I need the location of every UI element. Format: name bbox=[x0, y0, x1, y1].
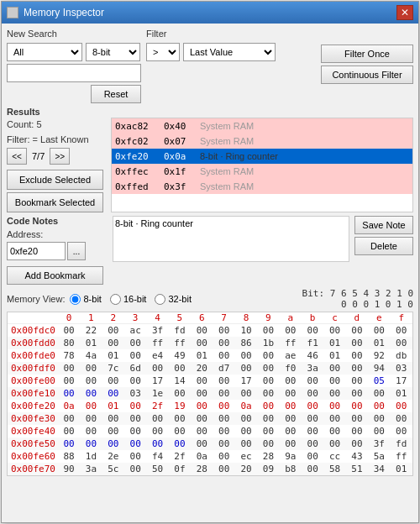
memory-cell[interactable]: 00 bbox=[346, 425, 368, 438]
memory-cell[interactable]: 00 bbox=[346, 349, 368, 362]
radio-16bit-label[interactable]: 16-bit bbox=[110, 294, 147, 305]
memory-cell[interactable]: 03 bbox=[390, 362, 412, 375]
memory-cell[interactable]: 00 bbox=[80, 412, 102, 425]
memory-cell[interactable]: 00 bbox=[213, 438, 234, 450]
memory-cell[interactable]: 00 bbox=[323, 400, 345, 412]
memory-cell[interactable]: 00 bbox=[80, 362, 102, 375]
notes-textarea[interactable]: 8-bit · Ring counter bbox=[113, 216, 349, 262]
memory-cell[interactable]: 00 bbox=[58, 425, 80, 438]
memory-cell[interactable]: 01 bbox=[390, 387, 412, 400]
memory-cell[interactable]: 00 bbox=[368, 412, 390, 425]
continuous-filter-button[interactable]: Continuous Filter bbox=[321, 66, 413, 84]
memory-cell[interactable]: 01 bbox=[390, 463, 412, 475]
memory-cell[interactable]: 00 bbox=[257, 387, 279, 400]
memory-cell[interactable]: 01 bbox=[102, 400, 124, 412]
new-search-input[interactable] bbox=[7, 64, 141, 82]
memory-cell[interactable]: 01 bbox=[368, 337, 390, 349]
reset-button[interactable]: Reset bbox=[91, 85, 141, 103]
memory-cell[interactable]: 80 bbox=[58, 337, 80, 349]
memory-row[interactable]: 0x00fe70903a5c00500f28002009b80058513401 bbox=[8, 463, 412, 475]
memory-cell[interactable]: ac bbox=[124, 324, 146, 338]
memory-cell[interactable]: 00 bbox=[169, 438, 191, 450]
memory-cell[interactable]: 10 bbox=[235, 324, 257, 338]
memory-cell[interactable]: 00 bbox=[302, 438, 323, 450]
memory-cell[interactable]: 00 bbox=[280, 387, 302, 400]
memory-cell[interactable]: 4a bbox=[80, 349, 102, 362]
memory-cell[interactable]: fd bbox=[390, 438, 412, 450]
memory-cell[interactable]: 00 bbox=[102, 337, 124, 349]
memory-cell[interactable]: 00 bbox=[346, 362, 368, 375]
memory-cell[interactable]: fd bbox=[169, 324, 191, 338]
memory-cell[interactable]: 00 bbox=[102, 375, 124, 387]
memory-cell[interactable]: 0a bbox=[191, 450, 213, 463]
list-item[interactable]: 0xffec 0x1f System RAM bbox=[112, 164, 412, 179]
memory-cell[interactable]: 00 bbox=[257, 324, 279, 338]
add-bookmark-button[interactable]: Add Bookmark bbox=[7, 266, 103, 285]
memory-cell[interactable]: 00 bbox=[302, 387, 323, 400]
memory-cell[interactable]: 0f bbox=[169, 463, 191, 475]
memory-cell[interactable]: 00 bbox=[302, 400, 323, 412]
memory-cell[interactable]: 00 bbox=[58, 362, 80, 375]
memory-cell[interactable]: 5a bbox=[368, 450, 390, 463]
memory-cell[interactable]: 3f bbox=[146, 324, 168, 338]
memory-cell[interactable]: 00 bbox=[124, 337, 146, 349]
radio-8bit[interactable] bbox=[70, 294, 81, 305]
memory-cell[interactable]: 00 bbox=[124, 400, 146, 412]
memory-cell[interactable]: 19 bbox=[169, 400, 191, 412]
exclude-selected-button[interactable]: Exclude Selected bbox=[7, 170, 103, 190]
close-button[interactable]: ✕ bbox=[396, 5, 413, 20]
memory-row[interactable]: 0x00fe10000000031e0000000000000000000001 bbox=[8, 387, 412, 400]
memory-cell[interactable]: 00 bbox=[280, 400, 302, 412]
memory-cell[interactable]: 00 bbox=[80, 438, 102, 450]
memory-cell[interactable]: 00 bbox=[323, 324, 345, 338]
memory-cell[interactable]: 00 bbox=[80, 387, 102, 400]
memory-cell[interactable]: ec bbox=[235, 450, 257, 463]
memory-cell[interactable]: 00 bbox=[235, 425, 257, 438]
memory-cell[interactable]: 6d bbox=[124, 362, 146, 375]
memory-row[interactable]: 0x00fe60881d2e00f42f0a00ec289a00cc435aff bbox=[8, 450, 412, 463]
memory-cell[interactable]: 58 bbox=[323, 463, 345, 475]
memory-cell[interactable]: 00 bbox=[213, 375, 234, 387]
filter-val-select[interactable]: Last Value Specific Value bbox=[183, 43, 276, 61]
memory-row[interactable]: 0x00fde0784a0100e44901000000ae46010092db bbox=[8, 349, 412, 362]
memory-cell[interactable]: 0a bbox=[58, 400, 80, 412]
memory-cell[interactable]: 00 bbox=[323, 362, 345, 375]
memory-cell[interactable]: 28 bbox=[257, 450, 279, 463]
memory-cell[interactable]: 0a bbox=[235, 400, 257, 412]
memory-cell[interactable]: 00 bbox=[390, 400, 412, 412]
memory-cell[interactable]: 00 bbox=[213, 400, 234, 412]
memory-cell[interactable]: 01 bbox=[323, 337, 345, 349]
memory-cell[interactable]: 49 bbox=[169, 349, 191, 362]
memory-cell[interactable]: 00 bbox=[169, 425, 191, 438]
memory-cell[interactable]: 51 bbox=[346, 463, 368, 475]
memory-row[interactable]: 0x00fe4000000000000000000000000000000000 bbox=[8, 425, 412, 438]
memory-cell[interactable]: 7c bbox=[102, 362, 124, 375]
memory-cell[interactable]: 00 bbox=[302, 375, 323, 387]
memory-cell[interactable]: cc bbox=[323, 450, 345, 463]
memory-cell[interactable]: 00 bbox=[280, 324, 302, 338]
memory-cell[interactable]: 00 bbox=[302, 425, 323, 438]
memory-cell[interactable]: 00 bbox=[235, 349, 257, 362]
memory-row[interactable]: 0x00fdd080010000ffff0000861bfff101000100 bbox=[8, 337, 412, 349]
memory-cell[interactable]: 00 bbox=[58, 412, 80, 425]
memory-cell[interactable]: 00 bbox=[346, 387, 368, 400]
memory-cell[interactable]: 00 bbox=[102, 387, 124, 400]
memory-cell[interactable]: 00 bbox=[280, 412, 302, 425]
memory-cell[interactable]: 00 bbox=[257, 375, 279, 387]
memory-row[interactable]: 0x00fe5000000000000000000000000000003ffd bbox=[8, 438, 412, 450]
memory-cell[interactable]: 00 bbox=[146, 425, 168, 438]
memory-cell[interactable]: 3a bbox=[80, 463, 102, 475]
memory-cell[interactable]: 00 bbox=[124, 349, 146, 362]
memory-cell[interactable]: 20 bbox=[235, 463, 257, 475]
memory-cell[interactable]: 00 bbox=[368, 324, 390, 338]
memory-cell[interactable]: 00 bbox=[191, 324, 213, 338]
memory-cell[interactable]: 92 bbox=[368, 349, 390, 362]
memory-cell[interactable]: 09 bbox=[257, 463, 279, 475]
prev-page-button[interactable]: << bbox=[7, 148, 27, 165]
memory-cell[interactable]: 00 bbox=[58, 438, 80, 450]
memory-cell[interactable]: b8 bbox=[280, 463, 302, 475]
memory-cell[interactable]: 00 bbox=[302, 450, 323, 463]
memory-cell[interactable]: 00 bbox=[102, 438, 124, 450]
memory-cell[interactable]: 00 bbox=[280, 375, 302, 387]
memory-row[interactable]: 0x00fdf000007c6d000020d70000f03a00009403 bbox=[8, 362, 412, 375]
